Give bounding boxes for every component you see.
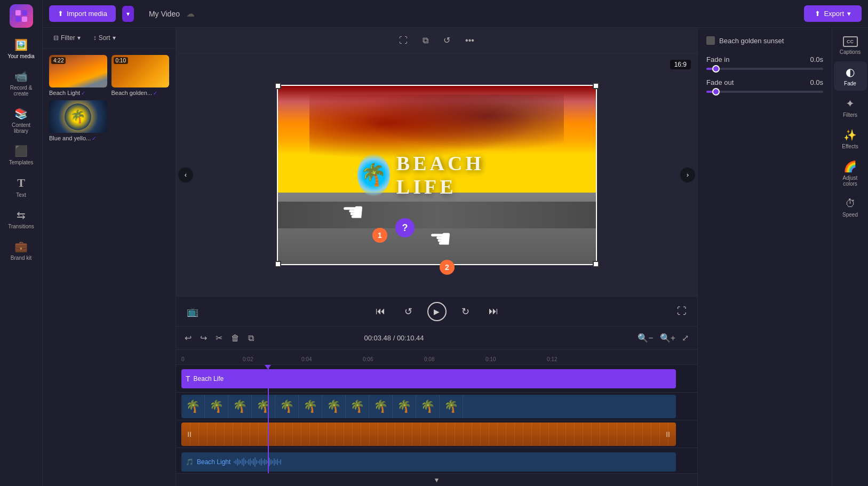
redo-button[interactable]: ↪ [198,331,209,345]
import-media-button[interactable]: ⬆ Import media [49,5,116,22]
sticker-track-row: 🌴 🌴 🌴 🌴 🌴 🌴 🌴 🌴 🌴 🌴 [176,393,697,420]
timeline-ruler: 0 0:02 0:04 0:06 0:08 0:10 0:12 [176,350,697,365]
sidebar-item-content-library[interactable]: 📚 Content library [3,103,40,138]
import-media-dropdown-button[interactable]: ▾ [122,6,134,22]
media-item-beach-light[interactable]: 4:22 Beach Light ✓ [49,55,107,96]
duplicate-button[interactable]: ⧉ [246,331,256,345]
fade-panel: Beach golden sunset Fade in 0.0s Fade ou… [698,28,832,486]
skip-back-button[interactable]: ⏮ [371,304,389,319]
sidebar-item-your-media[interactable]: 🖼️ Your media [3,34,40,63]
media-item-beach-golden[interactable]: 0:10 Beach golden... ✓ [112,55,170,96]
sticker-11: 🌴 [416,395,440,418]
fade-in-row: Fade in 0.0s [706,55,823,70]
cut-button[interactable]: ✂ [213,331,225,345]
sidebar-item-brand-kit[interactable]: 💼 Brand kit [3,236,40,265]
beach-life-text: Beach Life [396,152,516,198]
video-canvas-wrapper: ‹ 🌴 Beach Life [176,53,697,296]
text-track-row: T Beach Life [176,365,697,393]
filter-button[interactable]: ⊟ Filter ▾ [49,32,85,44]
main-area: ⬆ Import media ▾ My Video ☁ ⬆ Export ▾ ⊟… [43,0,868,486]
monitor-icon-btn[interactable]: 📺 [182,304,203,320]
sidebar-item-transitions[interactable]: ⇆ Transitions [3,204,40,234]
undo-button[interactable]: ↩ [182,331,194,345]
filter-label: Filter [61,34,75,42]
sticker-1: 🌴 [181,395,205,418]
timeline-collapse-button[interactable]: ▼ [434,476,440,484]
sidebar-item-label: Your media [7,53,34,59]
svg-rect-1 [22,10,27,15]
sort-icon: ↕ [93,34,97,42]
sidebar-item-templates[interactable]: ⬛ Templates [3,140,40,170]
sticker-track-clip[interactable]: 🌴 🌴 🌴 🌴 🌴 🌴 🌴 🌴 🌴 🌴 [181,395,676,418]
cloud-sync-icon: ☁ [186,9,195,19]
sort-chevron: ▾ [113,34,116,42]
handle-top-left[interactable] [275,83,281,89]
adjust-colors-label: Adjust colors [836,175,865,187]
video-canvas: 🌴 Beach Life [277,85,597,265]
rail-item-adjust-colors[interactable]: 🌈 Adjust colors [834,156,867,191]
export-button[interactable]: ⬆ Export ▾ [804,5,862,22]
clip-color-swatch [706,36,715,45]
fade-in-slider[interactable] [706,68,823,70]
zoom-in-button[interactable]: 🔍+ [658,331,678,345]
rail-item-fade[interactable]: ◐ Fade [834,61,867,91]
media-panel-toolbar: ⊟ Filter ▾ ↕ Sort ▾ [43,28,176,49]
sticker-7: 🌴 [322,395,346,418]
time-separator: / [393,334,397,342]
sticker-track-content: 🌴 🌴 🌴 🌴 🌴 🌴 🌴 🌴 🌴 🌴 [176,393,697,420]
handle-top-right[interactable] [593,83,599,89]
audio-track-clip[interactable]: 🎵 Beach Light [181,452,676,472]
delete-button[interactable]: 🗑 [229,331,242,345]
pip-tool-button[interactable]: ⧉ [418,34,433,47]
templates-icon: ⬛ [14,145,28,157]
video-track-clip[interactable]: ⏸ ⏸ [181,423,676,446]
captions-icon: CC [843,36,858,47]
crop-tool-button[interactable]: ⛶ [395,34,412,47]
nav-arrow-right[interactable]: › [680,168,695,182]
sticker-8: 🌴 [346,395,369,418]
rail-item-speed[interactable]: ⏱ Speed [834,193,867,222]
rotate-tool-button[interactable]: ↺ [439,33,455,47]
video-track-row: ⏸ ⏸ [176,420,697,448]
app-logo [10,4,33,28]
cursor-number-2: 2 [440,260,455,275]
sort-button[interactable]: ↕ Sort ▾ [89,32,120,44]
ruler-006: 0:06 [363,356,373,362]
fade-icon: ◐ [846,66,855,78]
your-media-icon: 🖼️ [14,38,28,51]
fade-panel-header: Beach golden sunset [706,36,823,45]
play-button[interactable]: ▶ [427,302,447,321]
sidebar-item-record-create[interactable]: 📹 Record & create [3,66,40,101]
export-icon: ⬆ [815,10,821,18]
text-track-clip[interactable]: T Beach Life [181,369,676,388]
zoom-out-button[interactable]: 🔍− [635,331,655,345]
fast-forward-button[interactable]: ↻ [457,304,474,320]
rewind-button[interactable]: ↺ [400,304,417,320]
rail-item-filters[interactable]: ✦ Filters [834,93,867,122]
clip-name: Beach golden sunset [719,37,784,45]
handle-bottom-left[interactable] [275,261,281,267]
fade-in-thumb[interactable] [712,65,720,73]
sidebar-item-text[interactable]: T Text [3,172,40,202]
fade-out-thumb[interactable] [712,88,720,95]
rail-item-effects[interactable]: ✨ Effects [834,124,867,154]
handle-bottom-right[interactable] [593,261,599,267]
nav-arrow-left[interactable]: ‹ [178,168,193,182]
export-label: Export [824,10,844,18]
fullscreen-button[interactable]: ⛶ [673,304,691,319]
media-label-blue-yellow: Blue and yello... ✓ [49,135,107,141]
content-library-icon: 📚 [14,107,28,120]
content-area: ⊟ Filter ▾ ↕ Sort ▾ 4:22 [43,28,868,486]
text-track-icon: T [186,375,190,383]
media-item-blue-yellow[interactable]: 🌴 Blue and yello... ✓ [49,100,107,141]
video-pause-right: ⏸ [664,430,672,439]
svg-rect-2 [15,17,21,22]
rail-item-captions[interactable]: CC Captions [834,32,867,59]
more-tools-button[interactable]: ••• [461,34,479,47]
fit-timeline-button[interactable]: ⤢ [680,331,691,345]
fade-out-slider[interactable] [706,91,823,93]
timeline-area: ↩ ↪ ✂ 🗑 ⧉ 00:03.48 / 00:10.44 🔍− 🔍+ ⤢ [176,326,697,486]
playback-controls: 📺 ⏮ ↺ ▶ ↻ ⏭ ⛶ [176,296,697,326]
aspect-ratio-badge: 16:9 [670,60,691,69]
skip-forward-button[interactable]: ⏭ [484,304,503,319]
